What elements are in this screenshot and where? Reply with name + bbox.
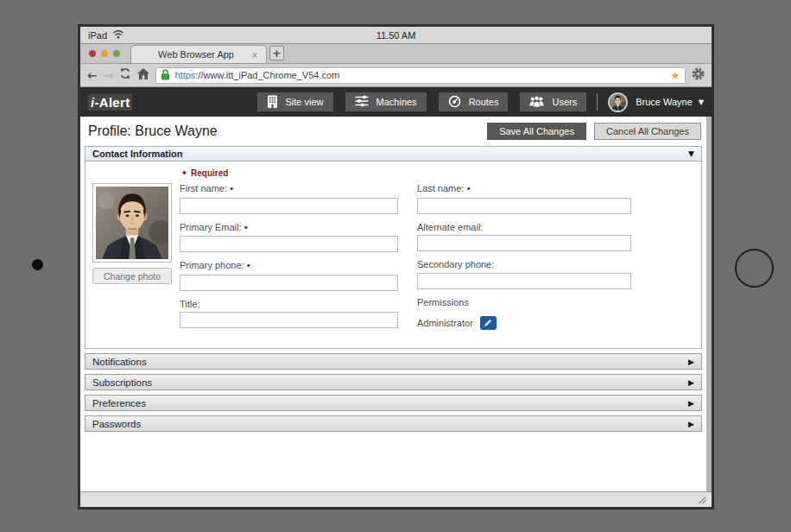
first-name-field-group: First name:•	[180, 183, 398, 214]
nav-site-view-button[interactable]: Site view	[257, 92, 333, 111]
forward-button[interactable]: →	[104, 69, 114, 81]
settings-gear-icon[interactable]	[692, 67, 705, 84]
ios-status-bar: iPad 11.50 AM	[80, 27, 712, 44]
section-label: Subscriptions	[92, 377, 152, 388]
section-label: Preferences	[92, 398, 146, 408]
nav-item-label: Routes	[469, 97, 499, 107]
window-zoom-button[interactable]	[113, 50, 120, 57]
section-notifications[interactable]: Notifications ▶	[85, 353, 702, 370]
primary-email-input[interactable]	[180, 236, 398, 252]
section-passwords[interactable]: Passwords ▶	[85, 415, 702, 432]
secondary-phone-field-group: Secondary phone:	[417, 259, 631, 289]
section-label: Passwords	[92, 419, 141, 429]
alternate-email-field-group: Alternate email:	[417, 222, 631, 252]
section-preferences[interactable]: Preferences ▶	[85, 395, 702, 411]
expand-arrow-icon[interactable]: ▶	[688, 399, 694, 408]
chevron-down-icon: ▼	[699, 98, 704, 106]
browser-tab-bar: Web Browser App x +	[80, 44, 712, 64]
nav-divider	[597, 93, 598, 111]
nav-item-label: Site view	[286, 97, 324, 107]
field-label: Secondary phone:	[417, 259, 631, 269]
building-icon	[267, 95, 278, 110]
required-bullet-icon: •	[181, 168, 187, 179]
pencil-icon	[484, 315, 492, 331]
browser-status-bar	[80, 491, 712, 507]
contact-information-header[interactable]: Contact Information ▼	[85, 147, 701, 162]
required-bullet-icon: •	[246, 260, 252, 271]
nav-button-group: Site view Machines	[257, 92, 587, 111]
field-label: Title:	[180, 299, 398, 309]
page-title: Profile: Bruce Wayne	[88, 124, 218, 139]
required-legend-text: Required	[191, 168, 228, 178]
alternate-email-input[interactable]	[417, 235, 631, 251]
nav-machines-button[interactable]: Machines	[345, 92, 427, 111]
mockup-stage: iPad 11.50 AM Web Browser App x +	[0, 0, 791, 532]
save-all-button[interactable]: Save All Changes	[487, 123, 586, 140]
address-bar[interactable]: https://www.itt_iPad_Chrome_V54.com ★	[155, 67, 686, 84]
url-scheme: https	[174, 70, 195, 80]
required-bullet-icon: •	[465, 183, 471, 194]
nav-item-label: Machines	[377, 97, 417, 107]
tab-title: Web Browser App	[140, 49, 252, 60]
change-photo-button[interactable]: Change photo	[92, 268, 172, 284]
ipad-camera	[32, 259, 43, 270]
secondary-phone-input[interactable]	[417, 273, 631, 289]
gauge-icon	[448, 95, 461, 110]
users-group-icon	[529, 96, 544, 109]
collapse-arrow-icon[interactable]: ▼	[688, 149, 694, 158]
nav-item-label: Users	[552, 97, 577, 107]
bookmark-star-icon[interactable]: ★	[670, 70, 680, 81]
nav-users-button[interactable]: Users	[520, 92, 586, 111]
user-avatar[interactable]	[608, 92, 628, 112]
required-bullet-icon: •	[244, 222, 250, 233]
contact-information-panel: Contact Information ▼ •Required Change p…	[85, 146, 702, 349]
edit-permissions-button[interactable]	[480, 316, 497, 330]
logo-suffix: -Alert	[94, 95, 130, 110]
cancel-all-button[interactable]: Cancel All Changes	[594, 123, 701, 140]
window-controls	[89, 50, 120, 57]
required-legend: •Required	[180, 168, 694, 179]
new-tab-button[interactable]: +	[269, 46, 284, 60]
browser-tab[interactable]: Web Browser App x	[130, 45, 267, 63]
app-nav-bar: i-Alert Site	[80, 87, 712, 117]
photo-column: Change photo	[92, 183, 180, 336]
field-label: Primary phone:•	[180, 260, 398, 271]
left-field-column: First name:• Primary Email:• Primary pho…	[180, 183, 398, 336]
back-button[interactable]: ←	[87, 69, 98, 81]
home-button[interactable]	[137, 67, 149, 83]
padlock-icon	[161, 69, 170, 82]
page-content: Profile: Bruce Wayne Save All Changes Ca…	[80, 117, 712, 491]
field-label: Primary Email:•	[180, 222, 398, 233]
expand-arrow-icon[interactable]: ▶	[688, 358, 694, 366]
first-name-input[interactable]	[180, 198, 398, 214]
window-close-button[interactable]	[89, 50, 96, 57]
user-name: Bruce Wayne	[636, 97, 693, 107]
contact-form-grid: Change photo First name:• Primary Email:…	[92, 183, 694, 336]
expand-arrow-icon[interactable]: ▶	[688, 378, 694, 387]
header-actions: Save All Changes Cancel All Changes	[487, 123, 701, 140]
url-text: https://www.itt_iPad_Chrome_V54.com	[174, 70, 339, 80]
user-menu[interactable]: Bruce Wayne ▼	[636, 97, 704, 107]
field-label: Alternate email:	[417, 222, 631, 232]
page-header: Profile: Bruce Wayne Save All Changes Ca…	[80, 117, 706, 146]
scrollbar-track[interactable]	[706, 117, 712, 491]
title-input[interactable]	[180, 312, 398, 328]
window-minimize-button[interactable]	[101, 50, 108, 57]
field-label: Last name:•	[417, 183, 631, 194]
ipad-home-button[interactable]	[735, 249, 774, 288]
nav-routes-button[interactable]: Routes	[439, 92, 509, 111]
permissions-row: Administrator	[417, 316, 631, 330]
section-subscriptions[interactable]: Subscriptions ▶	[85, 374, 702, 390]
primary-email-field-group: Primary Email:•	[180, 222, 398, 253]
section-label: Notifications	[92, 357, 147, 367]
tab-close-icon[interactable]: x	[252, 50, 257, 60]
required-bullet-icon: •	[229, 183, 235, 194]
refresh-button[interactable]	[119, 67, 131, 83]
field-label: First name:•	[180, 183, 398, 194]
profile-photo	[92, 183, 172, 263]
expand-arrow-icon[interactable]: ▶	[688, 420, 694, 428]
primary-phone-input[interactable]	[180, 275, 398, 291]
resize-handle-icon[interactable]	[697, 492, 707, 508]
last-name-input[interactable]	[417, 198, 631, 214]
permissions-value: Administrator	[417, 318, 473, 328]
